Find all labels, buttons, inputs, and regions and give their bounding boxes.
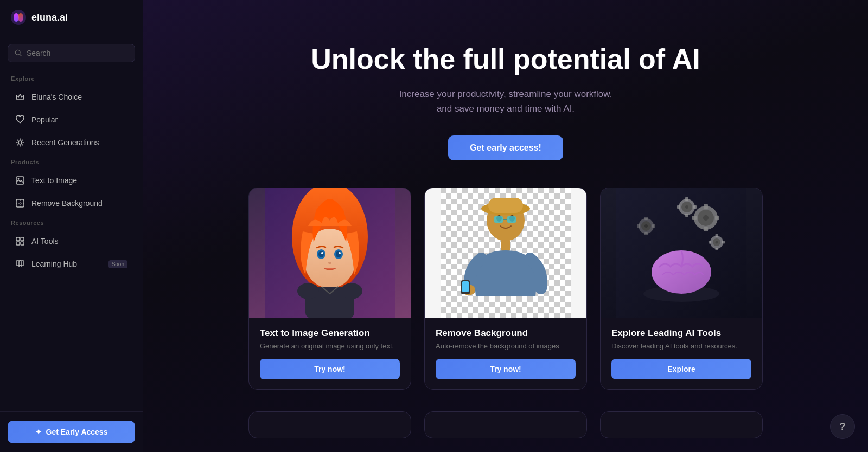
- card-desc-rb: Auto-remove the background of images: [436, 342, 576, 350]
- svg-rect-75: [644, 217, 648, 220]
- card-body-rb: Remove Background Auto-remove the backgr…: [425, 318, 586, 389]
- products-label: Products: [0, 154, 143, 169]
- resources-label: Resources: [0, 215, 143, 229]
- svg-rect-40: [507, 216, 516, 223]
- sidebar-item-popular[interactable]: Popular: [4, 109, 138, 131]
- card-image-rb: [425, 188, 586, 318]
- svg-rect-60: [693, 205, 697, 209]
- svg-line-4: [20, 54, 21, 56]
- svg-rect-67: [722, 241, 725, 244]
- svg-rect-66: [709, 241, 711, 244]
- sidebar-item-recent-generations[interactable]: Recent Generations: [4, 132, 138, 153]
- svg-rect-54: [704, 204, 708, 209]
- svg-rect-53: [715, 216, 719, 220]
- popular-label: Popular: [31, 115, 58, 124]
- svg-rect-68: [716, 234, 718, 237]
- rb-illustration: [441, 188, 571, 318]
- svg-point-7: [18, 178, 20, 180]
- explore-section: Explore Eluna's Choice Popular: [0, 71, 143, 154]
- card-remove-background: Remove Background Auto-remove the backgr…: [424, 188, 587, 390]
- get-early-access-button[interactable]: ✦ Get Early Access: [8, 421, 135, 443]
- sparkles-icon: [15, 138, 25, 147]
- svg-rect-36: [488, 198, 523, 213]
- svg-point-24: [339, 252, 341, 254]
- svg-rect-55: [704, 227, 708, 231]
- svg-point-65: [716, 241, 718, 244]
- sidebar-item-elunas-choice[interactable]: Eluna's Choice: [4, 86, 138, 108]
- text-to-image-label: Text to Image: [31, 176, 77, 185]
- sidebar-bottom: ✦ Get Early Access: [0, 411, 143, 452]
- card-desc-tti: Generate an original image using only te…: [260, 342, 400, 350]
- sidebar-item-learning-hub[interactable]: Learning Hub Soon: [4, 253, 138, 275]
- svg-rect-42: [501, 240, 510, 251]
- card-btn-tti[interactable]: Try now!: [260, 359, 400, 379]
- hero-cta-button[interactable]: Get early access!: [448, 135, 563, 160]
- card-image-ai: [601, 188, 762, 318]
- card-partial-2: [424, 411, 587, 438]
- svg-rect-14: [21, 242, 24, 245]
- svg-point-5: [18, 141, 22, 144]
- cta-icon: ✦: [35, 428, 42, 436]
- sidebar-item-remove-background[interactable]: Remove Background: [4, 192, 138, 214]
- scissors-icon: [15, 198, 25, 208]
- sidebar-item-ai-tools[interactable]: AI Tools: [4, 230, 138, 252]
- logo-icon: [11, 10, 26, 25]
- cta-label: Get Early Access: [46, 428, 108, 436]
- hero-section: Unlock the full potential of AI Increase…: [143, 0, 868, 188]
- app-name: eluna.ai: [31, 12, 68, 23]
- tti-illustration: [265, 188, 395, 318]
- logo-area: eluna.ai: [0, 0, 143, 35]
- remove-background-label: Remove Background: [31, 199, 103, 208]
- card-body-tti: Text to Image Generation Generate an ori…: [249, 318, 411, 389]
- svg-point-21: [318, 251, 324, 257]
- search-bar[interactable]: [8, 44, 135, 62]
- svg-point-58: [685, 205, 688, 209]
- help-button[interactable]: ?: [830, 414, 855, 439]
- svg-rect-59: [677, 205, 680, 209]
- svg-rect-13: [16, 242, 20, 245]
- card-title-tti: Text to Image Generation: [260, 328, 400, 339]
- resources-section: Resources AI Tools Learning Hub Soo: [0, 215, 143, 276]
- svg-rect-61: [685, 197, 688, 201]
- main-content: Unlock the full potential of AI Increase…: [143, 0, 868, 452]
- svg-point-48: [652, 250, 711, 294]
- sidebar-item-text-to-image[interactable]: Text to Image: [4, 170, 138, 191]
- hero-subtitle-line1: Increase your productivity, streamline y…: [399, 89, 612, 99]
- svg-point-27: [297, 283, 319, 299]
- card-btn-ai[interactable]: Explore: [611, 359, 751, 379]
- card-image-tti: [249, 188, 411, 318]
- cards-grid: Text to Image Generation Generate an ori…: [143, 188, 868, 411]
- grid-icon: [15, 236, 25, 246]
- svg-point-23: [321, 252, 323, 254]
- elunas-choice-label: Eluna's Choice: [31, 93, 82, 101]
- svg-point-2: [18, 13, 23, 22]
- card-btn-rb[interactable]: Try now!: [436, 359, 576, 379]
- hero-subtitle: Increase your productivity, streamline y…: [165, 87, 846, 116]
- svg-rect-11: [16, 237, 20, 241]
- svg-rect-74: [652, 224, 655, 228]
- svg-rect-69: [716, 248, 718, 250]
- image-icon: [15, 176, 25, 185]
- svg-rect-8: [16, 199, 24, 207]
- card-partial-3: [600, 411, 763, 438]
- card-ai-tools: Explore Leading AI Tools Discover leadin…: [600, 188, 763, 390]
- learning-hub-badge: Soon: [108, 260, 127, 268]
- svg-rect-52: [692, 216, 697, 220]
- svg-rect-45: [462, 281, 469, 292]
- svg-point-28: [341, 283, 362, 299]
- learning-hub-label: Learning Hub: [31, 260, 77, 268]
- svg-rect-12: [21, 237, 24, 241]
- card-title-ai: Explore Leading AI Tools: [611, 328, 751, 339]
- svg-point-72: [644, 224, 648, 228]
- search-input[interactable]: [27, 49, 128, 57]
- crown-icon: [15, 92, 25, 102]
- recent-generations-label: Recent Generations: [31, 138, 99, 147]
- card-text-to-image: Text to Image Generation Generate an ori…: [248, 188, 411, 390]
- heart-icon: [15, 115, 25, 125]
- svg-point-25: [328, 262, 331, 264]
- svg-point-22: [336, 251, 341, 257]
- cards-grid-2: [143, 411, 868, 452]
- svg-rect-76: [644, 232, 648, 235]
- svg-rect-73: [637, 224, 640, 228]
- svg-point-51: [703, 215, 709, 221]
